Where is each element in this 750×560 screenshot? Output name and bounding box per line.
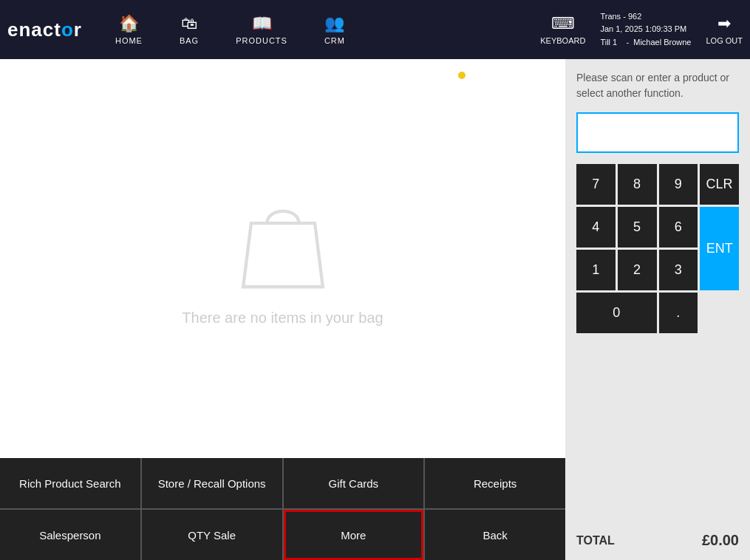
numpad: 7 8 9 CLR 4 5 6 ENT 1 2 3 0 . (576, 164, 739, 333)
bag-icon: 🛍 (181, 14, 197, 33)
nav-home-label: HOME (115, 36, 143, 45)
trans-line1: Trans - 962 (600, 10, 691, 24)
prompt-text: Please scan or enter a product or select… (576, 70, 739, 101)
more-button[interactable]: More (284, 510, 424, 560)
num-2-button[interactable]: 2 (618, 250, 657, 290)
nav-crm-label: CRM (324, 36, 345, 45)
nav-products-label: PRODUCTS (236, 36, 287, 45)
keyboard-icon: ⌨ (551, 14, 575, 33)
nav-crm[interactable]: 👥 CRM (313, 10, 356, 49)
transaction-info: Trans - 962 Jan 1, 2025 1:09:33 PM Till … (600, 10, 691, 49)
trans-line3: Till 1 - Michael Browne (600, 36, 691, 49)
logout-button[interactable]: ➡ LOG OUT (706, 14, 743, 45)
rich-product-search-button[interactable]: Rich Product Search (0, 458, 140, 508)
num-0-button[interactable]: 0 (576, 293, 657, 333)
product-input[interactable] (576, 112, 739, 153)
decimal-button[interactable]: . (659, 293, 698, 333)
num-5-button[interactable]: 5 (618, 207, 657, 247)
bag-area: There are no items in your bag (0, 59, 565, 458)
products-icon: 📖 (252, 14, 272, 33)
keyboard-label: KEYBOARD (540, 36, 585, 45)
left-panel: There are no items in your bag Rich Prod… (0, 59, 565, 560)
clr-button[interactable]: CLR (700, 164, 739, 205)
header-right: ⌨ KEYBOARD Trans - 962 Jan 1, 2025 1:09:… (540, 10, 743, 49)
ent-button[interactable]: ENT (700, 207, 739, 290)
total-row: TOTAL £0.00 (576, 532, 739, 549)
home-icon: 🏠 (119, 14, 139, 33)
salesperson-button[interactable]: Salesperson (0, 510, 140, 560)
nav-products[interactable]: 📖 PRODUCTS (225, 10, 299, 49)
trans-line2: Jan 1, 2025 1:09:33 PM (600, 23, 691, 36)
num-9-button[interactable]: 9 (659, 164, 698, 205)
total-value: £0.00 (702, 532, 739, 549)
num-3-button[interactable]: 3 (659, 250, 698, 290)
num-1-button[interactable]: 1 (576, 250, 616, 290)
num-7-button[interactable]: 7 (576, 164, 616, 205)
gift-cards-button[interactable]: Gift Cards (284, 458, 424, 508)
logout-icon: ➡ (717, 14, 731, 33)
total-label: TOTAL (576, 534, 615, 547)
empty-bag-icon (231, 191, 335, 295)
receipts-button[interactable]: Receipts (425, 458, 565, 508)
empty-bag-text: There are no items in your bag (182, 310, 383, 327)
bottom-buttons: Rich Product Search Store / Recall Optio… (0, 458, 565, 560)
nav-bag-label: BAG (180, 36, 199, 45)
nav-home[interactable]: 🏠 HOME (104, 10, 154, 49)
logout-label: LOG OUT (706, 36, 743, 45)
logo: enactor (7, 18, 82, 41)
num-6-button[interactable]: 6 (659, 207, 698, 247)
nav-bag[interactable]: 🛍 BAG (168, 10, 210, 49)
main-nav: 🏠 HOME 🛍 BAG 📖 PRODUCTS 👥 CRM (104, 10, 540, 49)
keyboard-button[interactable]: ⌨ KEYBOARD (540, 14, 585, 45)
crm-icon: 👥 (324, 14, 344, 33)
qty-sale-button[interactable]: QTY Sale (142, 510, 282, 560)
back-button[interactable]: Back (425, 510, 565, 560)
main-content: There are no items in your bag Rich Prod… (0, 59, 750, 560)
num-4-button[interactable]: 4 (576, 207, 616, 247)
num-8-button[interactable]: 8 (618, 164, 657, 205)
right-panel: Please scan or enter a product or select… (565, 59, 750, 560)
store-recall-options-button[interactable]: Store / Recall Options (142, 458, 282, 508)
header: enactor 🏠 HOME 🛍 BAG 📖 PRODUCTS 👥 CRM ⌨ … (0, 0, 750, 59)
status-indicator (458, 72, 466, 79)
